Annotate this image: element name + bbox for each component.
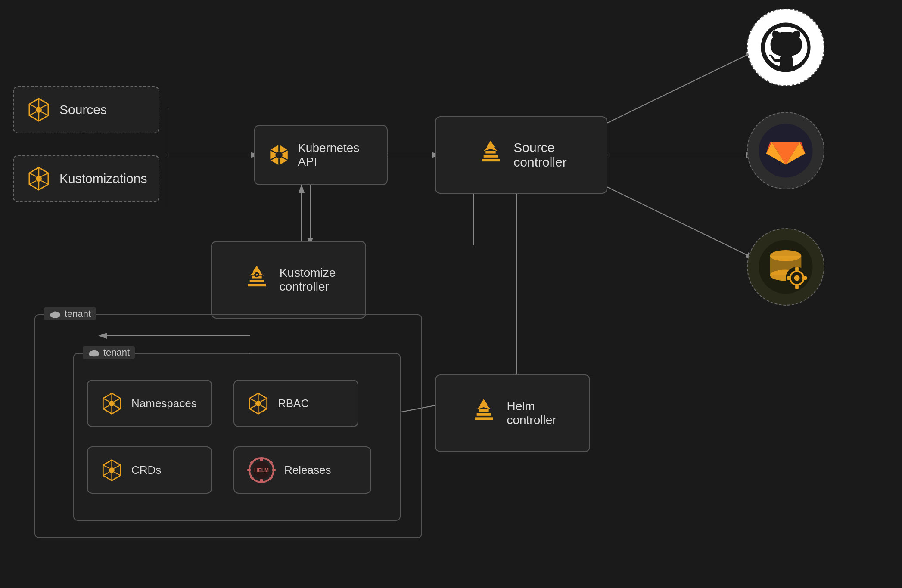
diagram: Sources Kustomizations xyxy=(0,0,902,588)
svg-rect-116 xyxy=(795,285,799,289)
svg-line-10 xyxy=(594,181,754,258)
svg-point-34 xyxy=(275,152,283,159)
svg-rect-88 xyxy=(260,479,263,482)
svg-line-22 xyxy=(41,112,48,115)
kustomize-controller-node: Kustomize controller xyxy=(211,241,366,319)
svg-line-31 xyxy=(41,173,48,176)
outer-tenant-cloud-icon xyxy=(49,309,61,318)
svg-line-32 xyxy=(29,181,36,184)
svg-rect-44 xyxy=(482,159,500,161)
svg-point-56 xyxy=(53,311,57,315)
crds-icon xyxy=(100,458,124,482)
svg-point-114 xyxy=(794,275,800,281)
outer-tenant-label: tenant xyxy=(44,307,96,320)
svg-line-29 xyxy=(29,173,36,176)
releases-label: Releases xyxy=(284,464,331,477)
svg-rect-48 xyxy=(249,280,264,282)
svg-line-67 xyxy=(114,398,121,401)
svg-line-83 xyxy=(114,465,121,468)
source-controller-node: Source controller xyxy=(435,116,607,194)
svg-marker-50 xyxy=(252,266,261,272)
inner-tenant-text: tenant xyxy=(103,347,130,358)
github-circle xyxy=(747,9,824,86)
inner-tenant-box: tenant Namespaces xyxy=(73,353,401,521)
svg-line-8 xyxy=(594,52,754,129)
k8s-api-label: Kubernetes API xyxy=(298,141,375,169)
source-controller-icon xyxy=(476,140,506,170)
svg-line-75 xyxy=(261,398,267,401)
svg-line-81 xyxy=(103,465,109,468)
k8s-api-node: Kubernetes API xyxy=(254,125,388,185)
kustomize-controller-icon xyxy=(242,265,272,295)
inner-tenant-cloud-icon xyxy=(88,348,100,357)
crds-label: CRDs xyxy=(131,464,161,477)
svg-line-68 xyxy=(103,405,109,409)
svg-point-78 xyxy=(109,467,115,473)
svg-point-62 xyxy=(109,401,115,406)
svg-line-73 xyxy=(249,398,256,401)
svg-text:HELM: HELM xyxy=(254,467,269,473)
namespaces-node: Namespaces xyxy=(87,380,212,427)
github-icon xyxy=(760,22,812,73)
inner-tenant-label: tenant xyxy=(83,346,135,359)
svg-point-70 xyxy=(255,401,261,406)
svg-line-21 xyxy=(29,104,36,108)
svg-line-65 xyxy=(103,398,109,401)
svg-line-23 xyxy=(41,104,48,108)
svg-line-82 xyxy=(114,472,121,475)
svg-point-52 xyxy=(255,274,258,276)
namespaces-icon xyxy=(100,392,124,415)
svg-line-74 xyxy=(261,405,267,409)
sources-node: Sources xyxy=(13,86,159,133)
svg-marker-100 xyxy=(480,399,488,405)
helm-releases-icon: HELM xyxy=(246,457,277,483)
svg-line-24 xyxy=(29,112,36,115)
sources-label: Sources xyxy=(59,102,107,117)
rbac-node: RBAC xyxy=(233,380,358,427)
crds-node: CRDs xyxy=(87,446,212,494)
gitlab-icon xyxy=(758,123,814,179)
svg-rect-99 xyxy=(475,417,493,420)
namespaces-label: Namespaces xyxy=(131,397,197,410)
svg-rect-49 xyxy=(248,284,266,286)
svg-rect-87 xyxy=(260,458,263,461)
svg-rect-98 xyxy=(477,413,491,416)
svg-line-76 xyxy=(249,405,256,409)
gitlab-circle xyxy=(747,112,824,189)
svg-marker-45 xyxy=(487,141,495,147)
releases-node: HELM Releases xyxy=(233,446,371,494)
svg-point-18 xyxy=(36,107,42,113)
helm-controller-node: Helm controller xyxy=(435,374,590,452)
svg-rect-43 xyxy=(484,155,498,158)
source-controller-label: Source xyxy=(513,140,566,155)
kustomizations-label: Kustomizations xyxy=(59,171,147,186)
svg-line-84 xyxy=(103,472,109,475)
helm-controller-icon xyxy=(469,398,499,428)
svg-line-30 xyxy=(41,181,48,184)
outer-tenant-text: tenant xyxy=(65,308,91,319)
rbac-label: RBAC xyxy=(278,397,309,410)
rbac-icon xyxy=(246,392,270,415)
bucket-icon xyxy=(758,239,814,295)
kustomizations-icon xyxy=(26,166,52,192)
svg-rect-90 xyxy=(272,469,276,471)
svg-point-26 xyxy=(36,176,42,182)
svg-rect-97 xyxy=(479,409,489,412)
svg-point-60 xyxy=(91,350,96,354)
svg-line-66 xyxy=(114,405,121,409)
svg-rect-117 xyxy=(787,276,791,280)
svg-rect-42 xyxy=(486,151,496,154)
sources-icon xyxy=(26,97,52,123)
svg-rect-89 xyxy=(247,469,251,471)
kustomizations-node: Kustomizations xyxy=(13,155,159,202)
svg-rect-115 xyxy=(795,267,799,271)
svg-rect-118 xyxy=(802,276,807,280)
bucket-circle xyxy=(747,228,824,306)
